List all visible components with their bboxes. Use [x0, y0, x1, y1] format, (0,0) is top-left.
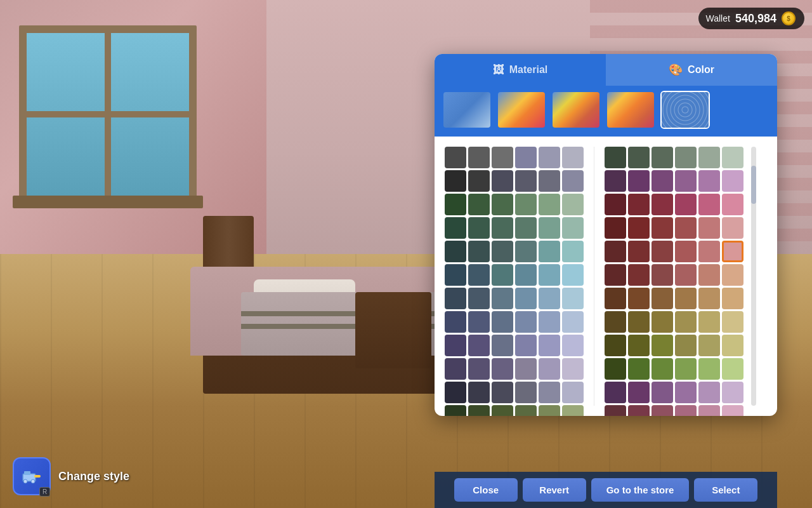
- color-swatch[interactable]: [698, 147, 720, 168]
- color-swatch[interactable]: [698, 311, 720, 333]
- color-swatch[interactable]: [652, 147, 673, 168]
- color-swatch[interactable]: [562, 241, 584, 262]
- color-swatch[interactable]: [468, 147, 490, 168]
- go-to-store-button[interactable]: Go to the store: [591, 478, 690, 502]
- color-swatch[interactable]: [492, 147, 513, 168]
- color-swatch[interactable]: [562, 264, 584, 286]
- color-swatch[interactable]: [722, 335, 743, 356]
- color-swatch[interactable]: [539, 288, 560, 309]
- color-swatch[interactable]: [515, 147, 537, 168]
- color-swatch[interactable]: [492, 194, 513, 215]
- color-swatch[interactable]: [468, 194, 490, 215]
- color-swatch[interactable]: [652, 358, 673, 380]
- color-swatch[interactable]: [468, 335, 490, 356]
- material-thumb-2[interactable]: [497, 91, 546, 129]
- color-swatch[interactable]: [492, 335, 513, 356]
- color-swatch[interactable]: [539, 147, 560, 168]
- color-swatch[interactable]: [468, 264, 490, 286]
- color-swatch[interactable]: [562, 170, 584, 192]
- color-swatch[interactable]: [539, 358, 560, 380]
- color-swatch[interactable]: [468, 311, 490, 333]
- color-swatch[interactable]: [652, 194, 673, 215]
- tab-material[interactable]: 🖼 Material: [435, 54, 606, 86]
- color-swatch[interactable]: [722, 217, 743, 239]
- color-swatch[interactable]: [698, 382, 720, 403]
- color-swatch[interactable]: [515, 241, 537, 262]
- color-swatch[interactable]: [675, 335, 697, 356]
- material-thumb-3[interactable]: [551, 91, 601, 129]
- color-swatch[interactable]: [562, 147, 584, 168]
- color-swatch[interactable]: [675, 264, 697, 286]
- color-swatch[interactable]: [675, 194, 697, 215]
- color-swatch[interactable]: [539, 241, 560, 262]
- color-swatch[interactable]: [628, 217, 650, 239]
- color-swatch[interactable]: [492, 170, 513, 192]
- color-swatch[interactable]: [605, 147, 626, 168]
- color-swatch[interactable]: [562, 288, 584, 309]
- color-swatch[interactable]: [562, 358, 584, 380]
- color-swatch[interactable]: [628, 147, 650, 168]
- color-swatch[interactable]: [605, 358, 626, 380]
- color-swatch[interactable]: [492, 405, 513, 416]
- color-swatch[interactable]: [605, 241, 626, 262]
- color-swatch[interactable]: [675, 405, 697, 416]
- color-swatch[interactable]: [628, 382, 650, 403]
- revert-button[interactable]: Revert: [523, 478, 586, 502]
- color-swatch[interactable]: [445, 194, 466, 215]
- color-swatch[interactable]: [675, 288, 697, 309]
- color-swatch[interactable]: [628, 288, 650, 309]
- color-swatch[interactable]: [605, 288, 626, 309]
- color-swatch[interactable]: [539, 194, 560, 215]
- color-swatch[interactable]: [605, 405, 626, 416]
- color-swatch[interactable]: [562, 217, 584, 239]
- color-swatch[interactable]: [628, 405, 650, 416]
- color-swatch[interactable]: [445, 170, 466, 192]
- color-swatch[interactable]: [675, 147, 697, 168]
- color-swatch[interactable]: [468, 217, 490, 239]
- color-swatch[interactable]: [515, 264, 537, 286]
- close-button[interactable]: Close: [454, 478, 518, 502]
- color-swatch[interactable]: [539, 405, 560, 416]
- color-swatch[interactable]: [515, 217, 537, 239]
- color-swatch[interactable]: [675, 170, 697, 192]
- color-swatch[interactable]: [539, 335, 560, 356]
- color-swatch[interactable]: [722, 288, 743, 309]
- color-swatch[interactable]: [698, 194, 720, 215]
- color-swatch[interactable]: [445, 264, 466, 286]
- scrollbar[interactable]: [751, 147, 756, 406]
- color-swatch[interactable]: [605, 335, 626, 356]
- color-swatch[interactable]: [698, 335, 720, 356]
- color-swatch[interactable]: [515, 335, 537, 356]
- tab-color[interactable]: 🎨 Color: [606, 54, 777, 86]
- color-swatch[interactable]: [445, 241, 466, 262]
- color-swatch[interactable]: [698, 264, 720, 286]
- color-swatch[interactable]: [562, 382, 584, 403]
- color-swatch[interactable]: [652, 311, 673, 333]
- color-swatch[interactable]: [515, 288, 537, 309]
- color-swatch[interactable]: [445, 335, 466, 356]
- color-swatch[interactable]: [515, 311, 537, 333]
- color-swatch[interactable]: [628, 170, 650, 192]
- color-swatch[interactable]: [675, 382, 697, 403]
- color-swatch[interactable]: [468, 288, 490, 309]
- color-swatch[interactable]: [698, 241, 720, 262]
- color-swatch[interactable]: [675, 358, 697, 380]
- color-swatch[interactable]: [492, 264, 513, 286]
- color-swatch[interactable]: [652, 335, 673, 356]
- color-swatch[interactable]: [605, 264, 626, 286]
- color-swatch[interactable]: [652, 241, 673, 262]
- color-swatch[interactable]: [492, 311, 513, 333]
- color-swatch[interactable]: [652, 170, 673, 192]
- color-swatch[interactable]: [562, 194, 584, 215]
- color-swatch[interactable]: [539, 264, 560, 286]
- color-swatch[interactable]: [445, 405, 466, 416]
- color-swatch[interactable]: [445, 288, 466, 309]
- color-swatch[interactable]: [468, 405, 490, 416]
- color-swatch[interactable]: [722, 311, 743, 333]
- color-swatch[interactable]: [605, 311, 626, 333]
- color-swatch[interactable]: [562, 311, 584, 333]
- select-button[interactable]: Select: [694, 478, 757, 502]
- color-swatch[interactable]: [515, 194, 537, 215]
- color-swatch[interactable]: [445, 217, 466, 239]
- color-swatch[interactable]: [698, 170, 720, 192]
